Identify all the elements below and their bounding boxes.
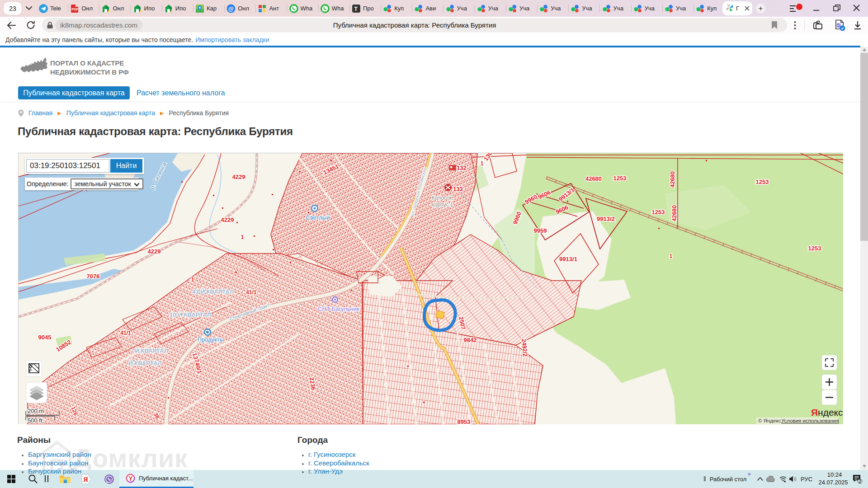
svg-text:Продукты: Продукты bbox=[198, 336, 224, 343]
svg-text:1: 1 bbox=[481, 160, 484, 167]
svg-text:@: @ bbox=[228, 5, 234, 12]
svg-text:Й КВАРТАЛ: Й КВАРТАЛ bbox=[128, 360, 161, 366]
svg-text:42680: 42680 bbox=[669, 171, 676, 188]
svg-text:1: 1 bbox=[670, 253, 673, 259]
svg-text:1253: 1253 bbox=[808, 245, 821, 252]
svg-text:9959: 9959 bbox=[534, 227, 547, 234]
svg-text:41/1: 41/1 bbox=[120, 330, 131, 336]
svg-text:СНТ Багульник: СНТ Багульник bbox=[318, 305, 359, 312]
svg-text:7076: 7076 bbox=[87, 273, 100, 280]
svg-text:1253: 1253 bbox=[613, 175, 627, 182]
svg-text:4229: 4229 bbox=[232, 174, 245, 180]
svg-text:500 ft: 500 ft bbox=[28, 417, 42, 424]
svg-text:Колосок,: Колосок, bbox=[432, 195, 454, 201]
svg-text:Я: Я bbox=[83, 476, 88, 483]
svg-text:4229: 4229 bbox=[148, 248, 161, 255]
svg-text:200 m: 200 m bbox=[28, 408, 44, 414]
svg-text:41/1: 41/1 bbox=[246, 289, 257, 296]
svg-text:43-Й КВАРТАЛ: 43-Й КВАРТАЛ bbox=[192, 288, 234, 295]
svg-text:4229: 4229 bbox=[221, 216, 234, 223]
svg-text:Т: Т bbox=[354, 6, 358, 12]
svg-text:Яндекс: Яндекс bbox=[811, 407, 843, 418]
svg-text:9842: 9842 bbox=[464, 337, 477, 343]
svg-text:133: 133 bbox=[453, 186, 463, 192]
svg-text:PDF: PDF bbox=[71, 7, 78, 11]
svg-text:Светлый: Светлый bbox=[306, 214, 330, 221]
svg-text:1253: 1253 bbox=[756, 178, 769, 185]
svg-text:9913/2: 9913/2 bbox=[597, 216, 615, 222]
svg-text:42680: 42680 bbox=[585, 175, 602, 182]
svg-text:корпус 1: корпус 1 bbox=[432, 202, 453, 208]
svg-text:2: 2 bbox=[859, 479, 862, 484]
svg-text:© Яндекс: © Яндекс bbox=[758, 418, 781, 423]
svg-text:1: 1 bbox=[191, 277, 194, 283]
svg-text:8953: 8953 bbox=[458, 418, 471, 424]
svg-text:-Й КВАРТАЛ: -Й КВАРТАЛ bbox=[133, 347, 168, 354]
svg-text:42680: 42680 bbox=[671, 205, 678, 221]
svg-text:Условия использования: Условия использования bbox=[781, 418, 839, 423]
svg-text:10-Й КВАРТАЛ: 10-Й КВАРТАЛ bbox=[170, 311, 211, 318]
svg-text:1: 1 bbox=[241, 234, 244, 240]
svg-text:1253: 1253 bbox=[652, 209, 665, 216]
svg-text:9913/1: 9913/1 bbox=[559, 256, 577, 263]
svg-text:9045: 9045 bbox=[38, 334, 52, 341]
svg-text:132: 132 bbox=[457, 164, 467, 171]
